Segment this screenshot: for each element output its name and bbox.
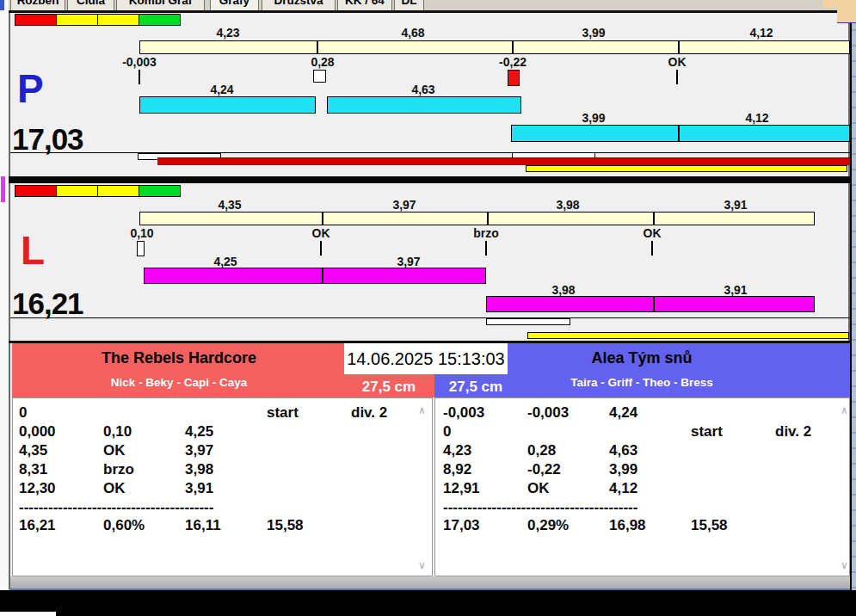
bottom-left-sliver [0,612,56,616]
table-cell: 4,63 [609,442,637,459]
legend-yellow-segment [98,15,139,25]
table-cell: 4,24 [609,404,637,422]
table-cell: OK [103,442,126,459]
l-ideal-run-bar [139,212,815,225]
tab-kk64[interactable]: KK / 64 [337,0,392,10]
p-run1-bar-dog1 [139,96,316,114]
bar-tick [653,213,655,225]
p-run2-bar [511,125,850,142]
table-divider-dashes: ---------------------------------------- [443,499,637,516]
scroll-up-icon[interactable]: ∧ [418,404,426,416]
table-divider-dashes: ---------------------------------------- [19,499,213,516]
table-cell: 4,23 [443,442,471,459]
p-split-marker [139,70,140,84]
l-split-label: 0,10 [130,226,153,240]
table-cell: start [691,423,723,440]
l-segment-time: 3,98 [556,198,579,212]
p-segment-time: 4,12 [749,26,773,40]
table-cell: div. 2 [775,423,811,440]
tab-grafy[interactable]: Grafy [210,0,259,10]
background-window-right-strip [852,0,856,590]
table-cell: 0,28 [527,442,556,459]
p-segment-time: 4,68 [401,26,424,40]
table-cell: -0,003 [443,404,484,422]
p-overlay-red-bar [157,157,850,165]
table-total-cell: 16,21 [19,517,56,534]
lane-p-total-time: 17,03 [12,122,83,157]
tab-rozbeh[interactable]: Rozbeh [10,0,65,10]
table-cell: OK [103,480,126,497]
lane-separator [9,176,852,183]
table-cell: -0,003 [527,404,569,422]
table-cell: 0 [443,423,451,440]
team-left-jump-height: 27,5 cm [362,379,416,396]
table-total-cell: 16,98 [609,517,646,534]
bar-tick [322,268,323,283]
l-split-marker [485,241,487,256]
lane-p-color-legend [15,14,181,26]
p-split-marker [313,70,326,83]
p-split-label: -0,003 [122,55,157,69]
table-cell: div. 2 [351,404,387,422]
table-total-cell: 16,11 [185,517,221,534]
l-segment-time: 3,97 [392,198,416,212]
l-run2-time: 3,91 [724,283,747,297]
table-cell: brzo [103,461,134,478]
team-left-results-table [12,397,433,576]
l-split-marker [137,241,145,256]
bar-tick [678,41,680,53]
tab-druzstva[interactable]: Družstva [262,0,336,10]
p-segment-time: 3,99 [582,26,605,40]
scroll-down-icon[interactable]: ∨ [418,559,426,571]
bar-tick [317,41,318,53]
l-split-marker [651,241,653,256]
table-cell: 3,99 [609,461,637,478]
p-overlay-yellow-bar [526,165,847,172]
legend-yellow-segment [98,186,139,196]
team-left-name: The Rebels Hardcore [102,349,256,367]
l-overlay-baseline [10,317,850,318]
table-cell: 3,97 [185,442,213,459]
background-left-blue-mark [0,0,4,10]
legend-green-segment [139,15,180,25]
l-split-label: brzo [473,226,499,240]
tab-dl[interactable]: DL [394,0,424,10]
l-run1-time: 3,97 [397,255,420,268]
bar-tick [653,297,655,311]
p-split-marker [508,70,520,86]
lane-p-letter: P [17,69,44,108]
p-split-marker [676,70,678,84]
status-bar [10,576,850,590]
table-cell: 4,35 [19,442,47,459]
bar-tick [487,213,489,225]
background-peach-block-corner [837,0,856,23]
table-total-cell: 0,29% [527,517,569,534]
l-run1-time: 4,25 [213,255,237,268]
legend-yellow-segment [57,15,98,25]
team-right-dogs: Taira - Griff - Theo - Bress [570,376,713,389]
legend-yellow-segment [57,186,98,196]
graph-top-border [9,10,852,13]
table-cell: 0 [19,404,27,422]
scroll-down-icon[interactable]: ∨ [841,559,848,571]
table-total-cell: 15,58 [267,517,304,534]
p-segment-time: 4,23 [216,26,239,40]
tab-cidla[interactable]: Cidla [67,0,114,10]
l-segment-time: 4,35 [218,198,241,212]
scroll-up-icon[interactable]: ∧ [841,404,848,416]
legend-green-segment [139,186,180,196]
lane-l-total-time: 16,21 [12,286,83,321]
p-ideal-run-bar [139,40,850,54]
tab-kombi-graf[interactable]: Kombi Graf [116,0,205,10]
p-split-label: 0,28 [311,55,334,69]
table-total-cell: 15,58 [691,517,728,534]
team-right-jump-height: 27,5 cm [449,379,502,396]
table-cell: 3,91 [185,480,213,497]
table-cell: 0,10 [103,423,132,440]
table-total-cell: 0,60% [103,517,145,534]
l-segment-time: 3,91 [724,198,747,212]
timestamp-box: 14.06.2025 15:13:03 [344,343,508,374]
legend-red-segment [15,186,57,196]
bar-tick [322,213,323,225]
lane-l-letter: L [21,231,45,270]
